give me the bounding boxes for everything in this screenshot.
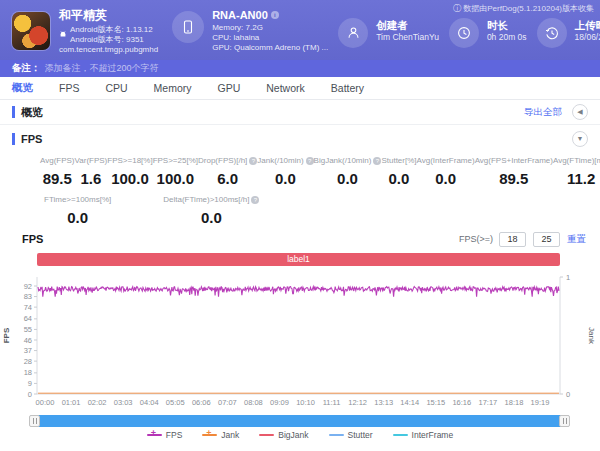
stat-value: 6.0: [198, 170, 257, 187]
legend-label: FPS: [166, 430, 183, 440]
stat-label: Avg(FPS): [40, 156, 75, 165]
chart-title: FPS: [22, 233, 43, 245]
stat-label: Jank(/10min)?: [257, 156, 313, 165]
fps-threshold-max-input[interactable]: [533, 232, 560, 247]
stat-value: 0.0: [163, 209, 259, 226]
svg-text:06:06: 06:06: [192, 398, 211, 407]
stat-value: 100.0: [107, 170, 152, 187]
report-header: ⓘ 数据由PerfDog(5.1.210204)版本收集 和平精英 Androi…: [0, 0, 600, 60]
legend-item-FPS[interactable]: +FPS: [147, 430, 183, 440]
svg-text:0: 0: [28, 390, 32, 399]
slider-handle-left[interactable]: [29, 415, 40, 427]
chart-controls-row: FPS FPS(>=) 重置: [0, 228, 600, 248]
svg-text:FPS: FPS: [2, 327, 11, 343]
collector-note: ⓘ 数据由PerfDog(5.1.210204)版本收集: [453, 3, 594, 14]
tab-概览[interactable]: 概览: [12, 81, 33, 95]
svg-text:07:07: 07:07: [218, 398, 237, 407]
svg-text:00:00: 00:00: [36, 398, 55, 407]
stat-Stutter[%]: Stutter[%]0.0: [381, 156, 416, 187]
svg-text:9: 9: [28, 379, 32, 388]
android-version-code: Android版本号: 9351: [70, 35, 153, 45]
collapse-overview-button[interactable]: ◀: [572, 104, 588, 120]
svg-text:37: 37: [24, 346, 32, 355]
svg-text:01:01: 01:01: [62, 398, 81, 407]
overview-title: 概览: [12, 106, 43, 118]
fps-stats-row-2: FTime>=100ms[%]0.0Delta(FTime)>100ms[/h]…: [0, 189, 600, 228]
svg-text:0: 0: [566, 390, 570, 399]
svg-text:04:04: 04:04: [140, 398, 159, 407]
export-all-link[interactable]: 导出全部: [524, 106, 562, 119]
legend-item-InterFrame[interactable]: InterFrame: [393, 430, 454, 440]
stat-label: Stutter[%]: [381, 156, 416, 165]
svg-text:46: 46: [24, 336, 32, 345]
tab-GPU[interactable]: GPU: [218, 82, 241, 94]
legend-marker: [259, 434, 274, 436]
info-icon[interactable]: ?: [249, 157, 257, 165]
legend-marker: [393, 434, 408, 436]
stat-value: 1.6: [75, 170, 108, 187]
tab-Network[interactable]: Network: [266, 82, 305, 94]
svg-text:12:12: 12:12: [348, 398, 367, 407]
svg-text:28: 28: [24, 357, 32, 366]
stat-Avg(InterFrame): Avg(InterFrame)0.0: [417, 156, 475, 187]
note-bar[interactable]: 备注： 添加备注，不超过200个字符: [0, 60, 600, 77]
svg-text:92: 92: [24, 282, 32, 291]
info-icon[interactable]: ?: [251, 196, 259, 204]
stat-value: 89.5: [475, 170, 553, 187]
reset-link[interactable]: 重置: [567, 233, 586, 246]
chart-range-slider[interactable]: [30, 415, 569, 427]
legend-item-Stutter[interactable]: Stutter: [329, 430, 373, 440]
svg-text:1: 1: [566, 273, 570, 282]
svg-text:17:17: 17:17: [479, 398, 498, 407]
device-cpu: CPU: lahaina: [212, 33, 328, 43]
stat-FTime>=100ms[%]: FTime>=100ms[%]0.0: [44, 195, 111, 226]
note-label: 备注：: [12, 62, 41, 75]
stat-value: 11.2: [553, 170, 600, 187]
svg-text:05:05: 05:05: [166, 398, 185, 407]
svg-text:19:19: 19:19: [531, 398, 550, 407]
tab-FPS[interactable]: FPS: [59, 82, 79, 94]
stat-FPS>=25[%]: FPS>=25[%]100.0: [153, 156, 198, 187]
collapse-fps-button[interactable]: ▼: [572, 131, 588, 147]
svg-text:02:02: 02:02: [88, 398, 107, 407]
legend-item-BigJank[interactable]: BigJank: [259, 430, 308, 440]
info-icon[interactable]: ?: [373, 157, 381, 165]
slider-handle-right[interactable]: [559, 415, 570, 427]
annotation-band-label1[interactable]: label1: [37, 253, 560, 266]
stat-BigJank(/10min): BigJank(/10min)?0.0: [314, 156, 382, 187]
legend-item-Jank[interactable]: +Jank: [202, 430, 239, 440]
device-block: RNA-AN00i Memory: 7.2G CPU: lahaina GPU:…: [172, 8, 328, 53]
game-app-icon: [12, 12, 50, 50]
fps-section-header: FPS ▼: [0, 127, 600, 150]
android-version-name: Android版本名: 1.13.12: [70, 25, 153, 35]
duration-block: 时长 0h 20m 0s: [449, 15, 527, 48]
device-info-icon[interactable]: i: [271, 11, 279, 19]
tab-CPU[interactable]: CPU: [105, 82, 127, 94]
fps-chart-svg[interactable]: 9283746455463728189010FPSJank00:0001:010…: [0, 270, 600, 410]
stat-value: 0.0: [417, 170, 475, 187]
svg-text:09:09: 09:09: [270, 398, 289, 407]
fps-threshold-label: FPS(>=): [459, 234, 493, 244]
svg-text:16:16: 16:16: [452, 398, 471, 407]
fps-chart[interactable]: 9283746455463728189010FPSJank00:0001:010…: [0, 270, 600, 414]
slider-track[interactable]: [30, 415, 569, 427]
stat-value: 0.0: [314, 170, 382, 187]
tab-Battery[interactable]: Battery: [331, 82, 364, 94]
svg-text:18:18: 18:18: [505, 398, 524, 407]
stat-value: 100.0: [153, 170, 198, 187]
svg-text:13:13: 13:13: [374, 398, 393, 407]
stat-label: Avg(InterFrame): [417, 156, 475, 165]
stat-Drop(FPS)[/h]: Drop(FPS)[/h]?6.0: [198, 156, 257, 187]
stat-label: Drop(FPS)[/h]?: [198, 156, 257, 165]
stat-Jank(/10min): Jank(/10min)?0.0: [257, 156, 313, 187]
tab-Memory[interactable]: Memory: [154, 82, 192, 94]
stat-label: Var(FPS): [75, 156, 108, 165]
svg-text:83: 83: [24, 292, 32, 301]
legend-label: Stutter: [348, 430, 373, 440]
device-model: RNA-AN00: [212, 8, 268, 22]
svg-text:15:15: 15:15: [426, 398, 445, 407]
fps-threshold-min-input[interactable]: [499, 232, 526, 247]
creator-label: 创建者: [376, 18, 439, 33]
creator-value: Tim ChenTianYu: [376, 32, 439, 44]
info-icon[interactable]: ?: [306, 157, 314, 165]
